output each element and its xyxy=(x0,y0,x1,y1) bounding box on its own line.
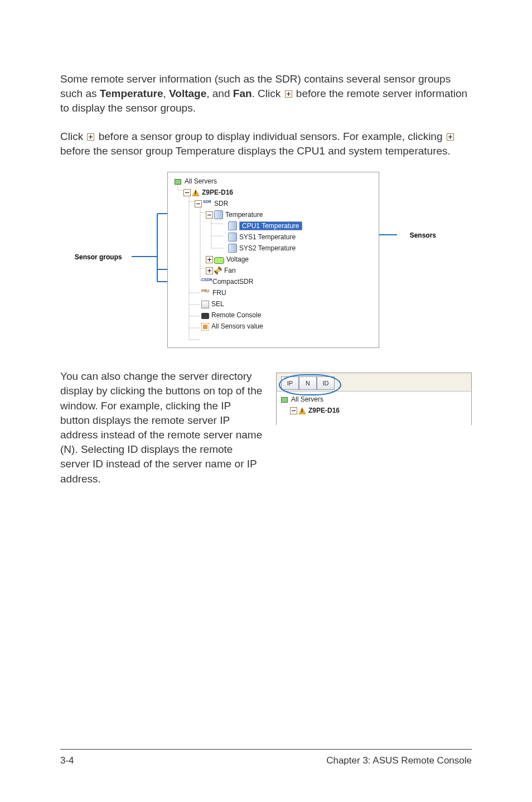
warning-icon xyxy=(192,189,200,196)
panel-all-servers[interactable]: All Servers xyxy=(280,394,468,405)
all-sensors-icon xyxy=(201,323,209,331)
temperature-icon xyxy=(228,221,237,230)
collapse-icon[interactable] xyxy=(183,189,191,196)
expand-icon xyxy=(447,133,454,141)
warning-icon xyxy=(298,407,306,414)
collapse-icon[interactable] xyxy=(195,200,202,207)
label-sensors: Sensors xyxy=(410,231,436,239)
expand-icon xyxy=(87,133,94,141)
tree-all-servers[interactable]: All Servers xyxy=(173,176,373,187)
expand-icon[interactable] xyxy=(206,256,213,263)
sel-icon xyxy=(201,301,209,308)
fru-icon: FRU xyxy=(201,288,210,298)
tree-fan[interactable]: Fan xyxy=(173,265,373,276)
voltage-icon xyxy=(214,257,224,264)
tab-id[interactable]: ID xyxy=(317,376,335,390)
tree-sys1-temp[interactable]: SYS1 Temperature xyxy=(173,231,373,243)
page-number: 3-4 xyxy=(60,755,74,766)
tree-cpu1-temp[interactable]: CPU1 Temperature xyxy=(173,220,373,231)
fan-icon xyxy=(214,267,222,274)
tree-compactsdr[interactable]: CSDR CompactSDR xyxy=(173,276,373,287)
tree-server[interactable]: Z9PE-D16 xyxy=(173,187,373,198)
tree-diagram: Sensor groups Sensors xyxy=(85,172,447,348)
chapter-title: Chapter 3: ASUS Remote Console xyxy=(326,755,472,766)
tree-all-sensors-value[interactable]: All Sensors value xyxy=(173,321,373,332)
tab-n[interactable]: N xyxy=(299,376,317,390)
paragraph-2: Click before a sensor group to display i… xyxy=(60,129,472,158)
panel-server[interactable]: Z9PE-D16 xyxy=(280,405,468,416)
expand-icon xyxy=(285,90,292,98)
remote-console-icon xyxy=(201,313,209,319)
sdr-icon: SDR xyxy=(203,199,212,209)
expand-icon[interactable] xyxy=(206,267,213,274)
tree-voltage[interactable]: Voltage xyxy=(173,254,373,265)
tree-sys2-temp[interactable]: SYS2 Temperature xyxy=(173,243,373,254)
collapse-icon[interactable] xyxy=(290,407,297,414)
server-directory-panel: IP N ID All Servers Z9PE-D16 xyxy=(276,373,472,425)
servers-icon xyxy=(173,177,182,186)
tab-ip[interactable]: IP xyxy=(281,376,299,390)
paragraph-3: You can also change the server directory… xyxy=(60,369,263,486)
label-sensor-groups: Sensor groups xyxy=(75,253,122,261)
temperature-icon xyxy=(228,233,237,241)
temperature-icon xyxy=(228,244,237,253)
compactsdr-icon: CSDR xyxy=(201,277,210,287)
paragraph-1: Some remote server information (such as … xyxy=(60,72,472,116)
page-footer: 3-4 Chapter 3: ASUS Remote Console xyxy=(60,749,472,766)
tree-sdr[interactable]: SDR SDR xyxy=(173,198,373,209)
tree-temperature[interactable]: Temperature xyxy=(173,209,373,220)
servers-icon xyxy=(280,395,289,404)
tree-panel: All Servers Z9PE-D16 SDR SDR Temperature… xyxy=(167,172,379,348)
temperature-icon xyxy=(214,210,223,219)
collapse-icon[interactable] xyxy=(206,211,213,219)
tree-sel[interactable]: SEL xyxy=(173,298,373,310)
tree-fru[interactable]: FRU FRU xyxy=(173,287,373,298)
tree-remote-console[interactable]: Remote Console xyxy=(173,310,373,321)
